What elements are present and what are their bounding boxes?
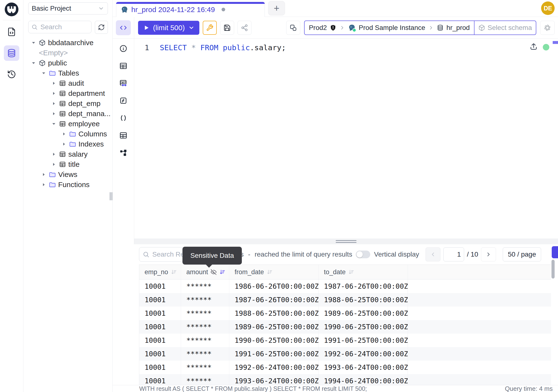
table-row[interactable]: 10001 ****** 1992-06-24T00:00:00Z 1993-0… bbox=[139, 361, 551, 374]
parentheses-panel-button[interactable] bbox=[116, 111, 131, 125]
column-header-to-date[interactable]: to_date bbox=[319, 265, 408, 279]
worksheet-tab[interactable]: hr_prod 2024-11-22 16:49 bbox=[116, 2, 265, 17]
code-mode-button[interactable] bbox=[116, 20, 131, 35]
history-nav-button[interactable] bbox=[4, 67, 19, 82]
tree-item-dept-emp[interactable]: dept_emp bbox=[23, 98, 113, 109]
sidebar-search-input[interactable] bbox=[40, 23, 88, 31]
sort-icon[interactable] bbox=[348, 269, 354, 275]
tree-item-salary[interactable]: salary bbox=[23, 149, 113, 159]
cell-to-date[interactable]: 1988-06-25T00:00:00Z bbox=[319, 293, 408, 306]
table-row[interactable]: 10001 ****** 1991-06-25T00:00:00Z 1992-0… bbox=[139, 347, 551, 361]
results-scrollbar-thumb[interactable] bbox=[551, 260, 555, 279]
table-panel-button[interactable] bbox=[116, 58, 131, 73]
schema-diagram-button[interactable] bbox=[116, 145, 131, 160]
caret-right-icon[interactable] bbox=[61, 141, 67, 147]
cell-to-date[interactable]: 1989-06-25T00:00:00Z bbox=[319, 306, 408, 320]
cell-to-date[interactable]: 1994-06-24T00:00:00Z bbox=[319, 374, 408, 385]
table-row[interactable]: 10001 ****** 1988-06-25T00:00:00Z 1989-0… bbox=[139, 306, 551, 320]
cell-to-date[interactable]: 1992-06-24T00:00:00Z bbox=[319, 347, 408, 361]
cell-emp-no[interactable]: 10001 bbox=[139, 361, 181, 374]
column-header-from-date[interactable]: from_date bbox=[229, 265, 319, 279]
cell-to-date[interactable]: 1990-06-25T00:00:00Z bbox=[319, 320, 408, 334]
tree-item-dept-manager[interactable]: dept_mana... bbox=[23, 109, 113, 119]
tree-item-tables[interactable]: Tables bbox=[23, 68, 113, 78]
cell-amount-masked[interactable]: ****** bbox=[181, 361, 229, 374]
cell-from-date[interactable]: 1990-06-25T00:00:00Z bbox=[229, 334, 319, 347]
caret-right-icon[interactable] bbox=[51, 161, 57, 167]
eye-off-icon[interactable] bbox=[210, 269, 217, 275]
cell-to-date[interactable]: 1987-06-26T00:00:00Z bbox=[319, 279, 408, 293]
sidebar-search-box[interactable] bbox=[28, 21, 91, 33]
vertical-display-toggle[interactable] bbox=[356, 251, 370, 258]
cell-from-date[interactable]: 1986-06-26T00:00:00Z bbox=[229, 279, 319, 293]
database-nav-button[interactable] bbox=[4, 45, 19, 61]
prev-page-button[interactable] bbox=[426, 247, 440, 261]
cell-from-date[interactable]: 1991-06-25T00:00:00Z bbox=[229, 347, 319, 361]
table-row[interactable]: 10001 ****** 1990-06-25T00:00:00Z 1991-0… bbox=[139, 334, 551, 347]
cell-from-date[interactable]: 1992-06-24T00:00:00Z bbox=[229, 361, 319, 374]
tree-item-functions[interactable]: Functions bbox=[23, 180, 113, 190]
format-sql-button[interactable] bbox=[203, 21, 217, 35]
caret-right-icon[interactable] bbox=[51, 90, 57, 96]
tree-item-title[interactable]: title bbox=[23, 159, 113, 169]
avatar[interactable]: DE bbox=[541, 1, 555, 15]
cell-from-date[interactable]: 1988-06-25T00:00:00Z bbox=[229, 306, 319, 320]
cell-amount-masked[interactable]: ****** bbox=[181, 306, 229, 320]
bytebase-logo-icon[interactable] bbox=[4, 2, 19, 17]
column-header-emp-no[interactable]: emp_no bbox=[139, 265, 181, 279]
page-number-input[interactable] bbox=[443, 247, 464, 261]
cell-amount-masked[interactable]: ****** bbox=[181, 334, 229, 347]
table-row[interactable]: 10001 ****** 1987-06-26T00:00:00Z 1988-0… bbox=[139, 293, 551, 306]
tree-item-employee[interactable]: employee bbox=[23, 119, 113, 129]
caret-right-icon[interactable] bbox=[51, 80, 57, 86]
cell-emp-no[interactable]: 10001 bbox=[139, 334, 181, 347]
caret-right-icon[interactable] bbox=[51, 101, 57, 106]
sql-statement[interactable]: SELECT * FROM public.salary; bbox=[160, 42, 286, 53]
tree-item-columns[interactable]: Columns bbox=[23, 129, 113, 139]
sort-icon-active[interactable] bbox=[219, 269, 226, 275]
tree-item-views[interactable]: Views bbox=[23, 169, 113, 180]
sensitive-table-button[interactable] bbox=[116, 76, 131, 91]
cell-from-date[interactable]: 1987-06-26T00:00:00Z bbox=[229, 293, 319, 306]
sidebar-resize-handle[interactable] bbox=[110, 192, 112, 200]
tree-item-department[interactable]: department bbox=[23, 88, 113, 98]
cell-from-date[interactable]: 1989-06-25T00:00:00Z bbox=[229, 320, 319, 334]
cell-amount-masked[interactable]: ****** bbox=[181, 374, 229, 385]
save-button[interactable] bbox=[220, 21, 234, 35]
cell-amount-masked[interactable]: ****** bbox=[181, 320, 229, 334]
resize-handle[interactable] bbox=[134, 238, 558, 244]
caret-right-icon[interactable] bbox=[41, 172, 47, 177]
caret-right-icon[interactable] bbox=[51, 111, 57, 117]
cell-emp-no[interactable]: 10001 bbox=[139, 320, 181, 334]
table-row[interactable]: 10001 ****** 1993-06-24T00:00:00Z 1994-0… bbox=[139, 374, 551, 385]
tree-item-bbdataarchive[interactable]: bbdataarchive bbox=[23, 38, 113, 48]
table-row[interactable]: 10001 ****** 1989-06-25T00:00:00Z 1990-0… bbox=[139, 320, 551, 334]
next-page-button[interactable] bbox=[481, 247, 496, 261]
chevron-down-icon[interactable] bbox=[188, 25, 194, 31]
cell-amount-masked[interactable]: ****** bbox=[181, 347, 229, 361]
caret-down-icon[interactable] bbox=[31, 40, 36, 46]
project-selector[interactable]: Basic Project bbox=[28, 2, 108, 15]
caret-right-icon[interactable] bbox=[51, 151, 57, 157]
cell-to-date[interactable]: 1993-06-24T00:00:00Z bbox=[319, 361, 408, 374]
caret-down-icon[interactable] bbox=[51, 121, 57, 127]
functions-panel-button[interactable] bbox=[116, 93, 131, 108]
refresh-button[interactable] bbox=[95, 21, 108, 34]
tree-item-indexes[interactable]: Indexes bbox=[23, 139, 113, 149]
code-line[interactable]: 1 SELECT * FROM public.salary; bbox=[134, 42, 558, 53]
table-list-button[interactable] bbox=[116, 128, 131, 143]
batch-query-button[interactable] bbox=[286, 21, 300, 35]
ai-assistant-button[interactable] bbox=[540, 21, 555, 35]
tree-item-audit[interactable]: audit bbox=[23, 78, 113, 88]
sort-icon[interactable] bbox=[171, 269, 177, 275]
cell-emp-no[interactable]: 10001 bbox=[139, 306, 181, 320]
run-query-button[interactable]: (limit 500) bbox=[138, 21, 199, 35]
sort-icon[interactable] bbox=[266, 269, 273, 275]
cell-emp-no[interactable]: 10001 bbox=[139, 347, 181, 361]
cell-amount-masked[interactable]: ****** bbox=[181, 293, 229, 306]
cell-to-date[interactable]: 1991-06-25T00:00:00Z bbox=[319, 334, 408, 347]
caret-right-icon[interactable] bbox=[41, 182, 47, 188]
cell-from-date[interactable]: 1993-06-24T00:00:00Z bbox=[229, 374, 319, 385]
cell-emp-no[interactable]: 10001 bbox=[139, 374, 181, 385]
cell-emp-no[interactable]: 10001 bbox=[139, 293, 181, 306]
